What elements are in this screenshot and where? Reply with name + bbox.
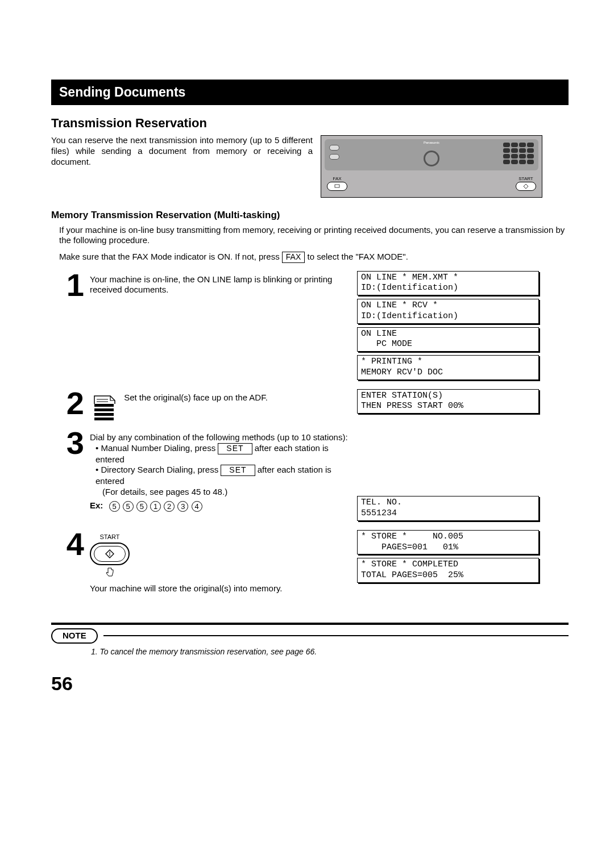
subheading-transmission: Transmission Reservation	[51, 115, 569, 131]
lcd-display: * STORE * NO.005 PAGES=001 01%	[357, 530, 539, 555]
lcd-display: * STORE * COMPLETED TOTAL PAGES=005 25%	[357, 558, 539, 583]
keypad-icon	[503, 143, 534, 164]
nav-ring-icon	[424, 151, 439, 166]
dial-digit: 5	[109, 501, 120, 512]
section-header: Sending Documents	[51, 80, 569, 105]
panel-button	[329, 154, 339, 160]
lcd-display: ON LINE PC MODE	[357, 327, 539, 352]
svg-rect-3	[94, 408, 114, 411]
start-button-icon	[516, 182, 536, 191]
step-number-1: 1	[51, 271, 90, 299]
hand-cursor-icon	[105, 566, 114, 577]
fax-mode-instruction: Make sure that the FAX Mode indicator is…	[59, 252, 569, 263]
brand-label: Panasonic	[424, 141, 439, 145]
procedure-intro: If your machine is on-line busy transmit…	[59, 225, 569, 247]
step-3-detail: (For details, see pages 45 to 48.)	[90, 487, 357, 498]
start-label: START	[516, 176, 536, 182]
divider	[103, 635, 569, 636]
dial-digit: 5	[136, 501, 147, 512]
lcd-display: * PRINTING * MEMORY RCV'D DOC	[357, 355, 539, 380]
dial-digit: 4	[192, 501, 202, 512]
example-label: Ex:	[90, 500, 103, 510]
svg-rect-4	[94, 413, 114, 416]
step-1-text: Your machine is on-line, the ON LINE lam…	[90, 271, 357, 296]
svg-marker-1	[524, 184, 528, 189]
note-badge: NOTE	[51, 628, 98, 644]
fax-key: FAX	[282, 252, 305, 263]
lcd-display: ON LINE * MEM.XMT * ID:(Identification)	[357, 271, 539, 296]
step-number-3: 3	[51, 429, 90, 457]
fax-button-icon	[327, 182, 347, 191]
dial-digit: 3	[177, 501, 188, 512]
diamond-start-icon	[105, 549, 114, 558]
step-number-2: 2	[51, 389, 90, 418]
page-number: 56	[51, 671, 569, 696]
step-number-4: 4	[51, 530, 90, 558]
dial-digit: 1	[150, 501, 161, 512]
svg-rect-0	[335, 185, 339, 187]
step-3-intro: Dial by any combination of the following…	[90, 432, 357, 443]
lcd-display: TEL. NO. 5551234	[357, 496, 539, 521]
fax-label: FAX	[327, 176, 347, 182]
note-text: 1. To cancel the memory transmission res…	[91, 647, 569, 657]
svg-rect-2	[94, 404, 114, 407]
dial-digit: 5	[123, 501, 134, 512]
adf-document-icon	[90, 393, 118, 424]
lcd-display: ENTER STATION(S) THEN PRESS START 00%	[357, 389, 539, 414]
set-key: SET	[221, 465, 255, 476]
intro-paragraph: You can reserve the next transmission in…	[51, 135, 313, 167]
fax-control-panel-illustration: Panasonic FAX START	[321, 135, 542, 198]
divider	[51, 623, 569, 625]
panel-button	[329, 145, 339, 151]
start-button-illustration: START	[90, 533, 130, 579]
set-key: SET	[218, 443, 252, 454]
subheading-memory-multitask: Memory Transmission Reservation (Multi-t…	[51, 209, 569, 221]
svg-rect-5	[94, 418, 114, 420]
lcd-display: ON LINE * RCV * ID:(Identification)	[357, 299, 539, 324]
step-2-text: Set the original(s) face up on the ADF.	[124, 393, 268, 402]
dial-digit: 2	[164, 501, 175, 512]
step-4-text: Your machine will store the original(s) …	[90, 583, 357, 594]
